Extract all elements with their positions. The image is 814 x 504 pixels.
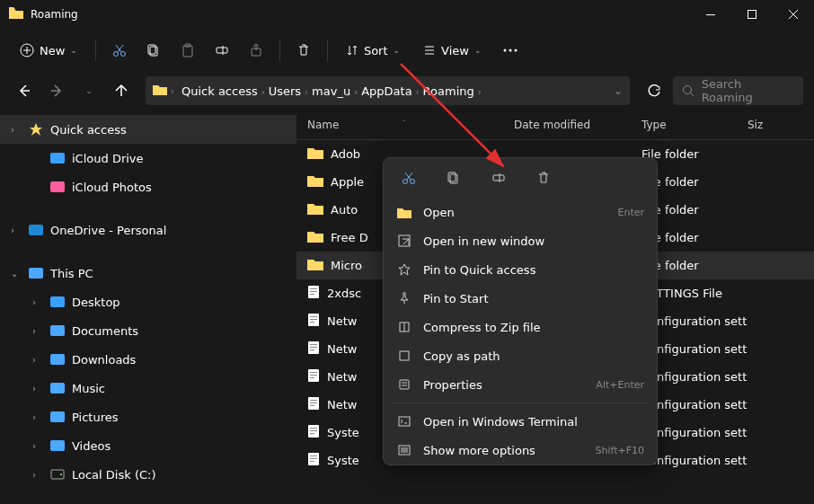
plus-circle-icon (20, 43, 34, 57)
expand-arrow-icon: › (32, 412, 43, 422)
context-menu-item[interactable]: Pin to Start (384, 284, 657, 313)
context-menu-item[interactable]: Compress to Zip file (384, 313, 657, 341)
svg-rect-45 (310, 402, 317, 403)
sidebar-item-icon (49, 352, 66, 367)
context-menu-item[interactable]: Open in Windows Terminal (384, 407, 657, 436)
sidebar-item[interactable]: ›Desktop (0, 287, 296, 316)
breadcrumb-segment[interactable]: Roaming (420, 83, 478, 100)
svg-rect-53 (310, 458, 317, 459)
refresh-button[interactable] (641, 77, 668, 104)
file-name: Apple (331, 175, 364, 189)
svg-point-3 (113, 52, 118, 57)
window-folder-icon (9, 7, 23, 22)
rename-button[interactable] (208, 38, 236, 63)
svg-rect-52 (310, 455, 317, 456)
close-button[interactable] (773, 0, 814, 29)
expand-arrow-icon: › (32, 470, 43, 480)
share-button[interactable] (242, 38, 270, 63)
back-button[interactable] (11, 77, 38, 104)
breadcrumb-segment[interactable]: Quick access (178, 83, 261, 100)
copy-button[interactable] (139, 38, 168, 63)
more-button[interactable] (496, 43, 525, 57)
svg-rect-24 (50, 440, 65, 451)
sidebar-item[interactable]: ›Documents (0, 316, 296, 345)
sidebar-item[interactable]: ›Music (0, 374, 296, 402)
svg-point-12 (509, 49, 511, 52)
sort-button[interactable]: Sort ⌄ (337, 39, 409, 63)
svg-rect-22 (50, 383, 65, 393)
new-button-label: New (40, 44, 65, 57)
delete-button[interactable] (289, 38, 318, 63)
sidebar-item[interactable]: ›Local Disk (C:) (0, 460, 296, 489)
search-input[interactable]: Search Roaming (673, 76, 803, 105)
column-headers[interactable]: Nameˆ Date modified Type Siz (296, 110, 814, 140)
chevron-right-icon: › (478, 87, 482, 97)
new-button[interactable]: New ⌄ (11, 38, 86, 63)
breadcrumb-segment[interactable]: mav_u (308, 83, 354, 100)
col-date[interactable]: Date modified (514, 119, 641, 131)
sidebar-item[interactable]: ›Videos (0, 431, 296, 460)
svg-rect-1 (748, 11, 756, 19)
svg-point-13 (514, 49, 517, 52)
expand-arrow-icon: › (32, 326, 43, 336)
col-type[interactable]: Type (641, 119, 748, 131)
context-menu-item[interactable]: Open in new window (384, 226, 657, 255)
svg-rect-20 (50, 325, 65, 336)
col-name[interactable]: Name (307, 119, 339, 131)
sidebar-item[interactable]: ›OneDrive - Personal (0, 216, 296, 244)
svg-point-11 (503, 49, 506, 52)
breadcrumb[interactable]: › Quick access›Users›mav_u›AppData›Roami… (146, 76, 630, 105)
file-icon (307, 340, 320, 358)
breadcrumb-segment[interactable]: Users (265, 83, 305, 100)
svg-rect-16 (50, 181, 65, 192)
col-size[interactable]: Siz (748, 119, 814, 131)
context-menu-item[interactable]: PropertiesAlt+Enter (384, 370, 657, 399)
context-menu-item[interactable]: Pin to Quick access (384, 255, 657, 284)
cut-icon (112, 43, 127, 57)
file-name: Syste (327, 426, 359, 439)
up-button[interactable] (108, 77, 135, 104)
maximize-button[interactable] (731, 0, 773, 29)
svg-rect-63 (400, 380, 409, 389)
sidebar-item-icon (49, 323, 66, 338)
sidebar-item[interactable]: ›Quick access (0, 115, 296, 144)
svg-rect-19 (50, 296, 65, 307)
svg-rect-44 (310, 400, 317, 401)
file-name: Netw (327, 342, 357, 356)
svg-rect-21 (50, 354, 65, 365)
svg-rect-33 (310, 319, 317, 320)
svg-rect-28 (310, 288, 317, 289)
svg-rect-41 (310, 375, 317, 376)
sidebar-item-label: Documents (72, 324, 138, 338)
view-label: View (441, 44, 469, 57)
recent-button[interactable]: ⌄ (75, 77, 102, 104)
context-menu-item[interactable]: Copy as path (384, 341, 657, 370)
forward-button[interactable] (43, 77, 70, 104)
sidebar-item[interactable]: ⌄This PC (0, 259, 296, 287)
ctx-copy-button[interactable] (441, 165, 466, 190)
file-name: Netw (327, 370, 357, 384)
context-menu-item[interactable]: Show more optionsShift+F10 (384, 436, 657, 464)
sidebar-item[interactable]: iCloud Photos (0, 172, 296, 201)
svg-rect-40 (310, 372, 317, 373)
sidebar-item[interactable]: ›Pictures (0, 402, 296, 431)
arrow-right-icon (49, 84, 64, 98)
ctx-delete-button[interactable] (531, 165, 556, 190)
ctx-rename-button[interactable] (486, 165, 511, 190)
svg-rect-60 (399, 235, 410, 246)
paste-button[interactable] (173, 38, 202, 63)
sidebar-item[interactable]: ›Downloads (0, 345, 296, 374)
breadcrumb-segment[interactable]: AppData (358, 83, 415, 100)
view-button[interactable]: View ⌄ (414, 39, 490, 63)
context-menu-item[interactable]: OpenEnter (384, 198, 657, 226)
file-name: Netw (327, 398, 357, 411)
ctx-cut-button[interactable] (396, 165, 421, 190)
cut-button[interactable] (105, 38, 134, 63)
svg-rect-9 (217, 48, 227, 53)
trash-icon (536, 171, 551, 185)
context-menu-item-shortcut: Shift+F10 (595, 445, 644, 456)
sidebar-item[interactable]: iCloud Drive (0, 144, 296, 172)
file-name: Free D (331, 231, 368, 244)
ellipsis-icon (503, 49, 518, 52)
minimize-button[interactable] (690, 0, 731, 29)
